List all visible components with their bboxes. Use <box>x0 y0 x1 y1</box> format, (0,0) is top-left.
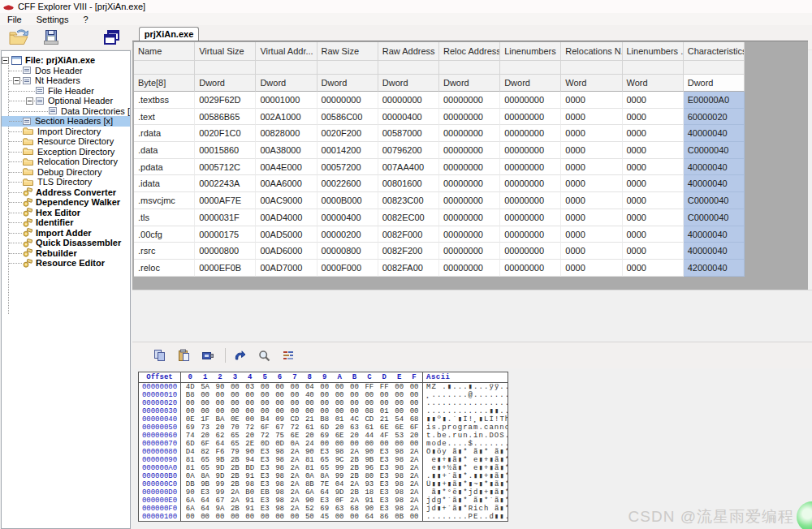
section-name-cell[interactable]: .data <box>134 142 195 159</box>
tree-item-identifier[interactable]: Identifier <box>2 217 130 228</box>
hex-byte-cell[interactable]: E3 <box>257 464 272 472</box>
hex-ascii-cell[interactable]: Ô▮öy ã▮* ã▮* ã▮* <box>423 448 508 456</box>
hex-byte-cell[interactable]: 99 <box>213 488 227 497</box>
hex-byte-cell[interactable]: 2A <box>287 456 302 464</box>
tree-item-debug-directory[interactable]: Debug Directory <box>2 167 130 178</box>
section-value-cell[interactable]: 0000 <box>561 125 622 142</box>
hex-byte-cell[interactable]: 64 <box>197 505 212 513</box>
hex-byte-cell[interactable]: 98 <box>272 456 287 464</box>
hex-byte-cell[interactable]: 0D <box>257 440 272 448</box>
hex-byte-cell[interactable]: 00 <box>227 513 242 521</box>
hex-byte-cell[interactable]: 98 <box>272 480 287 488</box>
tree-item-data-directories-x[interactable]: Data Directories [x] <box>2 106 130 117</box>
highlight-icon[interactable] <box>278 346 299 365</box>
hex-byte-cell[interactable]: 2A <box>407 472 421 480</box>
hex-ascii-cell[interactable]: is.program.canno <box>423 424 508 432</box>
hex-byte-cell[interactable]: 98 <box>272 472 287 480</box>
section-value-cell[interactable]: 0020F1C0 <box>195 125 256 142</box>
hex-byte-cell[interactable]: 00 <box>407 391 421 399</box>
section-value-cell[interactable]: 00AA6000 <box>256 175 317 192</box>
hex-byte-cell[interactable]: 00 <box>332 391 347 399</box>
hex-byte-cell[interactable]: 91 <box>243 497 257 505</box>
hex-byte-cell[interactable]: 2B <box>227 480 242 488</box>
hex-byte-cell[interactable]: 00 <box>227 399 242 407</box>
column-header-characteristics[interactable]: Characteristics <box>684 42 745 61</box>
hex-byte-cell[interactable]: 00 <box>332 383 347 391</box>
section-value-cell[interactable]: 00000000 <box>500 192 561 209</box>
hex-byte-cell[interactable]: 69 <box>183 424 197 432</box>
hex-byte-cell[interactable]: 64 <box>213 440 227 448</box>
hex-byte-cell[interactable]: 00 <box>227 383 242 391</box>
hex-byte-cell[interactable]: 4F <box>377 432 391 440</box>
hex-byte-cell[interactable]: E3 <box>377 456 391 464</box>
section-value-cell[interactable]: 00000175 <box>195 226 256 243</box>
hex-byte-cell[interactable]: 00 <box>347 399 361 407</box>
hex-byte-cell[interactable]: 00 <box>183 513 197 521</box>
hex-byte-cell[interactable]: 4C <box>347 415 361 424</box>
hex-byte-cell[interactable]: 6F <box>257 424 272 432</box>
hex-byte-cell[interactable]: 00 <box>362 399 377 407</box>
hex-byte-cell[interactable]: 98 <box>272 497 287 505</box>
section-value-cell[interactable]: 00000200 <box>317 226 378 243</box>
section-value-cell[interactable]: 00000000 <box>500 226 561 243</box>
search-icon[interactable] <box>253 346 274 365</box>
section-value-cell[interactable]: 007AA400 <box>378 159 439 176</box>
hex-byte-cell[interactable]: 2A <box>347 497 361 505</box>
hex-ascii-cell[interactable]: ¸.......@....... <box>423 391 508 399</box>
section-value-cell[interactable]: 00A4E000 <box>256 159 317 176</box>
column-header-reloc-address[interactable]: Reloc Address <box>439 42 500 61</box>
hex-byte-cell[interactable]: 00 <box>243 399 257 407</box>
hex-byte-cell[interactable]: 00 <box>243 407 257 415</box>
section-name-cell[interactable]: .00cfg <box>134 226 195 243</box>
hex-byte-cell[interactable]: 0A <box>183 472 197 480</box>
section-value-cell[interactable]: 00AD6000 <box>256 243 317 260</box>
column-header-raw-address[interactable]: Raw Address <box>378 42 439 61</box>
hex-byte-cell[interactable]: 98 <box>243 480 257 488</box>
hex-byte-cell[interactable]: 00 <box>377 399 391 407</box>
hex-byte-cell[interactable]: 2A <box>347 448 361 456</box>
hex-byte-cell[interactable]: CD <box>287 415 302 424</box>
hex-byte-cell[interactable]: 9B <box>362 456 377 464</box>
hex-byte-cell[interactable]: 2A <box>407 480 421 488</box>
section-value-cell[interactable]: 00000400 <box>317 209 378 226</box>
tree-item-rebuilder[interactable]: Rebuilder <box>2 248 130 259</box>
hex-byte-cell[interactable]: CD <box>362 415 377 424</box>
hex-byte-cell[interactable]: 72 <box>287 424 302 432</box>
section-value-cell[interactable]: 00000000 <box>439 243 500 260</box>
section-value-cell[interactable]: 0000 <box>623 226 684 243</box>
hex-byte-cell[interactable]: 6E <box>391 424 406 432</box>
hex-ascii-cell[interactable]: ................ <box>423 399 508 407</box>
section-value-cell[interactable]: 00000000 <box>500 92 561 109</box>
section-value-cell[interactable]: 0000 <box>623 142 684 159</box>
hex-byte-cell[interactable]: 81 <box>183 456 197 464</box>
hex-byte-cell[interactable]: 98 <box>391 480 406 488</box>
column-header-linenumbers[interactable]: Linenumbers <box>500 42 561 61</box>
section-value-cell[interactable]: 40000040 <box>684 226 745 243</box>
hex-byte-cell[interactable]: 91 <box>362 497 377 505</box>
hex-ascii-cell[interactable]: jdg*´ã▮* ã▮*´ã▮* <box>423 497 508 505</box>
hex-byte-cell[interactable]: E3 <box>377 480 391 488</box>
hex-byte-cell[interactable]: 00 <box>272 399 287 407</box>
section-value-cell[interactable]: 00000000 <box>439 142 500 159</box>
hex-byte-cell[interactable]: 75 <box>272 432 287 440</box>
hex-byte-cell[interactable]: 21 <box>377 415 391 424</box>
section-name-cell[interactable]: .pdata <box>134 159 195 176</box>
menu-item-[interactable]: ? <box>76 15 95 24</box>
hex-byte-cell[interactable]: 6D <box>317 424 332 432</box>
hex-byte-cell[interactable]: 20 <box>197 432 212 440</box>
tree-item-resource-editor[interactable]: Resource Editor <box>2 258 130 269</box>
hex-byte-cell[interactable]: 9B <box>213 456 227 464</box>
hex-byte-cell[interactable]: 63 <box>332 505 347 513</box>
column-header-raw-size[interactable]: Raw Size <box>317 42 378 61</box>
hex-byte-cell[interactable]: 91 <box>243 505 257 513</box>
hex-byte-cell[interactable]: 2B <box>347 456 361 464</box>
hex-byte-cell[interactable]: 98 <box>272 505 287 513</box>
hex-byte-cell[interactable]: D4 <box>183 448 197 456</box>
hex-byte-cell[interactable]: 00 <box>347 407 361 415</box>
tree-item-address-converter[interactable]: Address Converter <box>2 187 130 198</box>
hex-byte-cell[interactable]: 0A <box>302 472 317 480</box>
hex-byte-cell[interactable]: 00 <box>213 513 227 521</box>
hex-byte-cell[interactable]: 8A <box>197 472 212 480</box>
menu-item-file[interactable]: File <box>0 15 29 24</box>
hex-byte-cell[interactable]: 0B <box>391 513 406 521</box>
